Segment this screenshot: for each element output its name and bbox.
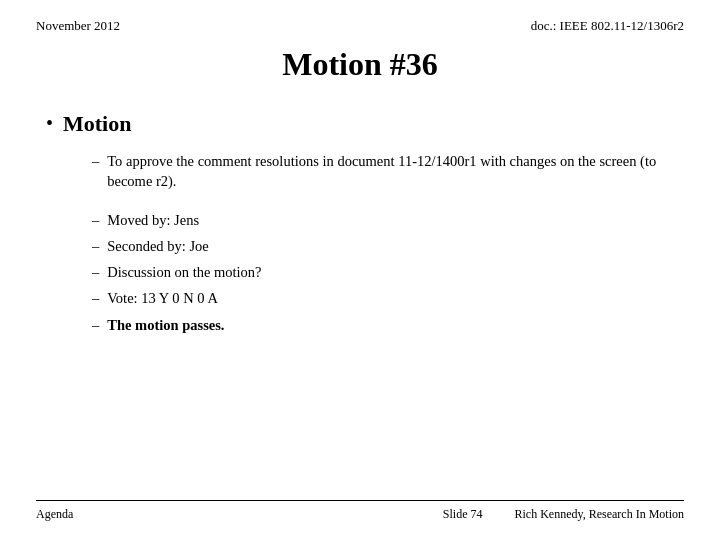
footer: Agenda Slide 74 Rich Kennedy, Research I… — [36, 500, 684, 522]
main-bullet: • Motion — [46, 111, 684, 137]
footer-left: Agenda — [36, 507, 73, 522]
bullet-dot: • — [46, 113, 53, 133]
content: • Motion –To approve the comment resolut… — [36, 111, 684, 500]
slide: November 2012 doc.: IEEE 802.11-12/1306r… — [0, 0, 720, 540]
sub-item-text: Seconded by: Joe — [107, 236, 208, 256]
main-title: Motion #36 — [282, 46, 438, 82]
sub-item: –Discussion on the motion? — [92, 262, 684, 282]
dash: – — [92, 236, 99, 256]
sub-item: –Seconded by: Joe — [92, 236, 684, 256]
sub-item-text: Moved by: Jens — [107, 210, 199, 230]
sub-item: –Vote: 13 Y 0 N 0 A — [92, 288, 684, 308]
footer-author: Rich Kennedy, Research In Motion — [514, 507, 684, 522]
sub-item-text: Discussion on the motion? — [107, 262, 261, 282]
sub-item-text: The motion passes. — [107, 315, 224, 335]
sub-item-text: Vote: 13 Y 0 N 0 A — [107, 288, 218, 308]
sub-item: –The motion passes. — [92, 315, 684, 335]
main-bullet-label: Motion — [63, 111, 131, 137]
dash: – — [92, 151, 99, 171]
sub-items-list: –To approve the comment resolutions in d… — [46, 151, 684, 335]
dash: – — [92, 210, 99, 230]
header-date: November 2012 — [36, 18, 120, 34]
header: November 2012 doc.: IEEE 802.11-12/1306r… — [36, 18, 684, 34]
dash: – — [92, 315, 99, 335]
dash: – — [92, 288, 99, 308]
header-doc: doc.: IEEE 802.11-12/1306r2 — [531, 18, 684, 34]
footer-slide: Slide 74 — [443, 507, 483, 522]
sub-item: –To approve the comment resolutions in d… — [92, 151, 684, 192]
footer-right: Slide 74 Rich Kennedy, Research In Motio… — [443, 507, 684, 522]
title-section: Motion #36 — [36, 46, 684, 83]
sub-item-text: To approve the comment resolutions in do… — [107, 151, 684, 192]
dash: – — [92, 262, 99, 282]
sub-item: –Moved by: Jens — [92, 210, 684, 230]
